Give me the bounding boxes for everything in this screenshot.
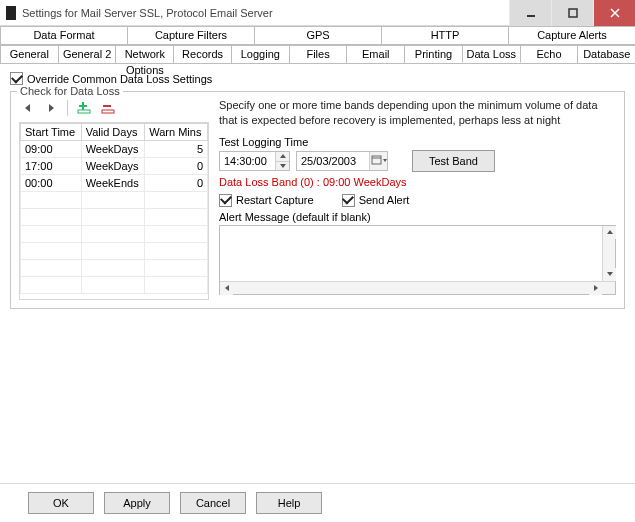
send-alert-label: Send Alert [359,194,410,206]
test-date-picker[interactable] [296,151,388,171]
add-band-icon[interactable] [76,100,92,116]
minimize-button[interactable] [509,0,551,26]
remove-band-icon[interactable] [100,100,116,116]
restart-capture-checkbox[interactable] [219,194,232,207]
table-row[interactable] [21,192,208,209]
restart-capture-label: Restart Capture [236,194,314,206]
tab-printing[interactable]: Printing [404,45,463,63]
tab-database[interactable]: Database [577,45,635,63]
toolbar-separator [67,100,68,116]
test-band-button[interactable]: Test Band [412,150,495,172]
alert-message-label: Alert Message (default if blank) [219,211,616,223]
apply-button[interactable]: Apply [104,492,170,514]
cancel-button[interactable]: Cancel [180,492,246,514]
scroll-down-icon[interactable] [603,268,616,281]
scroll-left-icon[interactable] [220,282,233,295]
bands-table[interactable]: Start Time Valid Days Warn Mins 09:00Wee… [19,122,209,300]
svg-rect-5 [82,102,84,110]
table-row[interactable]: 17:00WeekDays0 [21,158,208,175]
check-data-loss-group: Check for Data Loss Start Time Valid Day… [10,91,625,309]
close-button[interactable] [593,0,635,26]
test-time-spinner[interactable] [219,151,290,171]
tab-data-loss[interactable]: Data Loss [462,45,521,63]
help-button[interactable]: Help [256,492,322,514]
tabs-row-1: Data Format Capture Filters GPS HTTP Cap… [0,26,635,45]
horizontal-scrollbar[interactable] [220,281,615,294]
test-date-input[interactable] [297,152,369,170]
svg-rect-7 [103,105,111,107]
tab-capture-alerts[interactable]: Capture Alerts [508,26,635,44]
table-row[interactable] [21,226,208,243]
calendar-dropdown-icon[interactable] [369,152,387,170]
tab-data-format[interactable]: Data Format [0,26,128,44]
col-valid-days[interactable]: Valid Days [81,124,145,141]
tab-capture-filters[interactable]: Capture Filters [127,26,255,44]
description-text: Specify one or more time bands depending… [219,98,616,128]
window-title: Settings for Mail Server SSL, Protocol E… [22,7,509,19]
tab-records[interactable]: Records [173,45,232,63]
next-band-icon[interactable] [43,100,59,116]
table-row[interactable] [21,277,208,294]
table-row[interactable]: 00:00WeekEnds0 [21,175,208,192]
svg-rect-9 [372,156,381,164]
tab-http[interactable]: HTTP [381,26,509,44]
app-icon [6,6,16,20]
col-warn-mins[interactable]: Warn Mins [145,124,208,141]
test-logging-time-label: Test Logging Time [219,136,616,148]
tab-files[interactable]: Files [289,45,348,63]
band-toolbar [19,98,209,118]
scroll-right-icon[interactable] [589,282,602,295]
spin-down-icon[interactable] [275,161,289,170]
vertical-scrollbar[interactable] [602,226,615,281]
tab-gps[interactable]: GPS [254,26,382,44]
col-start-time[interactable]: Start Time [21,124,82,141]
fieldset-legend: Check for Data Loss [17,85,123,97]
tab-echo[interactable]: Echo [520,45,579,63]
spin-up-icon[interactable] [275,152,289,161]
override-label: Override Common Data Loss Settings [27,73,212,85]
tab-email[interactable]: Email [346,45,405,63]
scroll-up-icon[interactable] [603,226,616,239]
tab-network-options[interactable]: Network Options [115,45,174,63]
svg-rect-8 [102,110,114,113]
table-row[interactable]: 09:00WeekDays5 [21,141,208,158]
table-row[interactable] [21,243,208,260]
table-row[interactable] [21,260,208,277]
override-checkbox[interactable] [10,72,23,85]
prev-band-icon[interactable] [19,100,35,116]
ok-button[interactable]: OK [28,492,94,514]
tab-logging[interactable]: Logging [231,45,290,63]
tab-general[interactable]: General [0,45,59,63]
titlebar: Settings for Mail Server SSL, Protocol E… [0,0,635,26]
maximize-button[interactable] [551,0,593,26]
table-row[interactable] [21,209,208,226]
tab-general-2[interactable]: General 2 [58,45,117,63]
test-time-input[interactable] [220,152,275,170]
result-line: Data Loss Band (0) : 09:00 WeekDays [219,176,616,188]
svg-rect-6 [78,110,90,113]
alert-message-textarea[interactable] [219,225,616,295]
svg-rect-1 [569,9,577,17]
send-alert-checkbox[interactable] [342,194,355,207]
tabs-row-2: General General 2 Network Options Record… [0,45,635,64]
dialog-buttons: OK Apply Cancel Help [0,483,635,514]
